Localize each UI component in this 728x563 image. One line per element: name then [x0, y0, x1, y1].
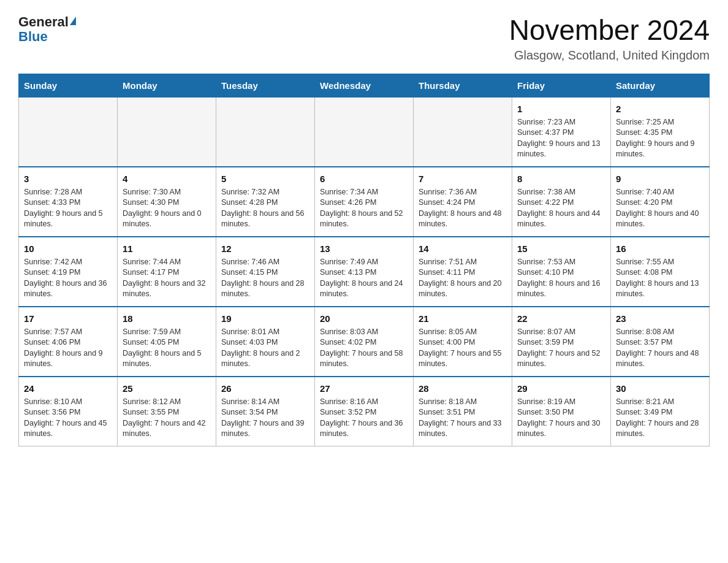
day-number: 3 — [24, 172, 112, 185]
day-info: Sunrise: 8:21 AMSunset: 3:49 PMDaylight:… — [616, 397, 704, 440]
calendar-cell: 8Sunrise: 7:38 AMSunset: 4:22 PMDaylight… — [512, 167, 611, 237]
day-number: 15 — [517, 242, 605, 255]
day-number: 11 — [123, 242, 211, 255]
day-info: Sunrise: 8:03 AMSunset: 4:02 PMDaylight:… — [320, 327, 408, 370]
day-number: 26 — [221, 382, 309, 395]
day-number: 29 — [517, 382, 605, 395]
day-number: 10 — [24, 242, 112, 255]
day-info: Sunrise: 8:01 AMSunset: 4:03 PMDaylight:… — [221, 327, 309, 370]
day-info: Sunrise: 7:49 AMSunset: 4:13 PMDaylight:… — [320, 257, 408, 300]
calendar-cell: 4Sunrise: 7:30 AMSunset: 4:30 PMDaylight… — [118, 167, 216, 237]
day-info: Sunrise: 7:38 AMSunset: 4:22 PMDaylight:… — [517, 187, 605, 230]
day-number: 5 — [221, 172, 309, 185]
calendar-week-row: 24Sunrise: 8:10 AMSunset: 3:56 PMDayligh… — [19, 377, 710, 446]
page-title: November 2024 — [509, 15, 710, 46]
day-number: 16 — [616, 242, 704, 255]
calendar-cell — [118, 97, 216, 167]
calendar-cell: 21Sunrise: 8:05 AMSunset: 4:00 PMDayligh… — [414, 307, 512, 377]
weekday-header-monday: Monday — [118, 74, 216, 97]
day-info: Sunrise: 7:40 AMSunset: 4:20 PMDaylight:… — [616, 187, 704, 230]
calendar-cell: 10Sunrise: 7:42 AMSunset: 4:19 PMDayligh… — [19, 237, 118, 307]
day-info: Sunrise: 8:12 AMSunset: 3:55 PMDaylight:… — [123, 397, 211, 440]
page-header: General Blue November 2024 Glasgow, Scot… — [18, 15, 710, 63]
day-number: 21 — [419, 312, 507, 325]
day-number: 4 — [123, 172, 211, 185]
day-info: Sunrise: 7:30 AMSunset: 4:30 PMDaylight:… — [123, 187, 211, 230]
calendar-cell: 11Sunrise: 7:44 AMSunset: 4:17 PMDayligh… — [118, 237, 216, 307]
day-info: Sunrise: 7:55 AMSunset: 4:08 PMDaylight:… — [616, 257, 704, 300]
day-info: Sunrise: 7:34 AMSunset: 4:26 PMDaylight:… — [320, 187, 408, 230]
calendar-cell: 17Sunrise: 7:57 AMSunset: 4:06 PMDayligh… — [19, 307, 118, 377]
day-number: 30 — [616, 382, 704, 395]
calendar-week-row: 3Sunrise: 7:28 AMSunset: 4:33 PMDaylight… — [19, 167, 710, 237]
day-number: 18 — [123, 312, 211, 325]
weekday-header-friday: Friday — [512, 74, 611, 97]
day-number: 8 — [517, 172, 605, 185]
calendar-cell: 26Sunrise: 8:14 AMSunset: 3:54 PMDayligh… — [216, 377, 315, 446]
day-info: Sunrise: 8:10 AMSunset: 3:56 PMDaylight:… — [24, 397, 112, 440]
weekday-header-saturday: Saturday — [611, 74, 710, 97]
calendar-cell: 20Sunrise: 8:03 AMSunset: 4:02 PMDayligh… — [315, 307, 414, 377]
day-number: 7 — [419, 172, 507, 185]
calendar-cell: 13Sunrise: 7:49 AMSunset: 4:13 PMDayligh… — [315, 237, 414, 307]
day-number: 12 — [221, 242, 309, 255]
calendar-cell: 15Sunrise: 7:53 AMSunset: 4:10 PMDayligh… — [512, 237, 611, 307]
calendar-cell: 19Sunrise: 8:01 AMSunset: 4:03 PMDayligh… — [216, 307, 315, 377]
day-info: Sunrise: 7:46 AMSunset: 4:15 PMDaylight:… — [221, 257, 309, 300]
day-number: 14 — [419, 242, 507, 255]
weekday-header-tuesday: Tuesday — [216, 74, 315, 97]
calendar-cell: 2Sunrise: 7:25 AMSunset: 4:35 PMDaylight… — [611, 97, 710, 167]
calendar-cell: 1Sunrise: 7:23 AMSunset: 4:37 PMDaylight… — [512, 97, 611, 167]
calendar-cell: 22Sunrise: 8:07 AMSunset: 3:59 PMDayligh… — [512, 307, 611, 377]
day-number: 6 — [320, 172, 408, 185]
calendar-cell — [216, 97, 315, 167]
day-number: 27 — [320, 382, 408, 395]
calendar-cell: 6Sunrise: 7:34 AMSunset: 4:26 PMDaylight… — [315, 167, 414, 237]
day-number: 19 — [221, 312, 309, 325]
weekday-header-wednesday: Wednesday — [315, 74, 414, 97]
calendar-week-row: 10Sunrise: 7:42 AMSunset: 4:19 PMDayligh… — [19, 237, 710, 307]
logo-general-text: General — [18, 15, 69, 29]
calendar-cell — [414, 97, 512, 167]
weekday-header-sunday: Sunday — [19, 74, 118, 97]
calendar-cell: 28Sunrise: 8:18 AMSunset: 3:51 PMDayligh… — [414, 377, 512, 446]
day-number: 28 — [419, 382, 507, 395]
day-number: 13 — [320, 242, 408, 255]
calendar-cell: 30Sunrise: 8:21 AMSunset: 3:49 PMDayligh… — [611, 377, 710, 446]
calendar-cell: 9Sunrise: 7:40 AMSunset: 4:20 PMDaylight… — [611, 167, 710, 237]
day-info: Sunrise: 8:05 AMSunset: 4:00 PMDaylight:… — [419, 327, 507, 370]
day-info: Sunrise: 8:19 AMSunset: 3:50 PMDaylight:… — [517, 397, 605, 440]
day-number: 25 — [123, 382, 211, 395]
day-info: Sunrise: 7:23 AMSunset: 4:37 PMDaylight:… — [517, 117, 605, 160]
calendar-cell: 7Sunrise: 7:36 AMSunset: 4:24 PMDaylight… — [414, 167, 512, 237]
day-info: Sunrise: 7:32 AMSunset: 4:28 PMDaylight:… — [221, 187, 309, 230]
day-info: Sunrise: 8:16 AMSunset: 3:52 PMDaylight:… — [320, 397, 408, 440]
day-info: Sunrise: 7:28 AMSunset: 4:33 PMDaylight:… — [24, 187, 112, 230]
day-info: Sunrise: 7:36 AMSunset: 4:24 PMDaylight:… — [419, 187, 507, 230]
calendar-cell — [315, 97, 414, 167]
calendar-cell — [19, 97, 118, 167]
day-number: 23 — [616, 312, 704, 325]
day-info: Sunrise: 8:18 AMSunset: 3:51 PMDaylight:… — [419, 397, 507, 440]
day-info: Sunrise: 7:51 AMSunset: 4:11 PMDaylight:… — [419, 257, 507, 300]
logo-triangle-icon — [70, 17, 76, 25]
calendar-table: SundayMondayTuesdayWednesdayThursdayFrid… — [18, 74, 710, 446]
calendar-week-row: 17Sunrise: 7:57 AMSunset: 4:06 PMDayligh… — [19, 307, 710, 377]
calendar-cell: 14Sunrise: 7:51 AMSunset: 4:11 PMDayligh… — [414, 237, 512, 307]
day-number: 9 — [616, 172, 704, 185]
page-subtitle: Glasgow, Scotland, United Kingdom — [509, 48, 710, 63]
day-number: 24 — [24, 382, 112, 395]
calendar-cell: 18Sunrise: 7:59 AMSunset: 4:05 PMDayligh… — [118, 307, 216, 377]
calendar-cell: 3Sunrise: 7:28 AMSunset: 4:33 PMDaylight… — [19, 167, 118, 237]
title-block: November 2024 Glasgow, Scotland, United … — [509, 15, 710, 63]
day-number: 1 — [517, 102, 605, 115]
day-info: Sunrise: 7:53 AMSunset: 4:10 PMDaylight:… — [517, 257, 605, 300]
day-info: Sunrise: 8:14 AMSunset: 3:54 PMDaylight:… — [221, 397, 309, 440]
day-info: Sunrise: 7:42 AMSunset: 4:19 PMDaylight:… — [24, 257, 112, 300]
weekday-header-thursday: Thursday — [414, 74, 512, 97]
day-number: 22 — [517, 312, 605, 325]
calendar-week-row: 1Sunrise: 7:23 AMSunset: 4:37 PMDaylight… — [19, 97, 710, 167]
calendar-cell: 29Sunrise: 8:19 AMSunset: 3:50 PMDayligh… — [512, 377, 611, 446]
day-info: Sunrise: 8:07 AMSunset: 3:59 PMDaylight:… — [517, 327, 605, 370]
calendar-cell: 5Sunrise: 7:32 AMSunset: 4:28 PMDaylight… — [216, 167, 315, 237]
